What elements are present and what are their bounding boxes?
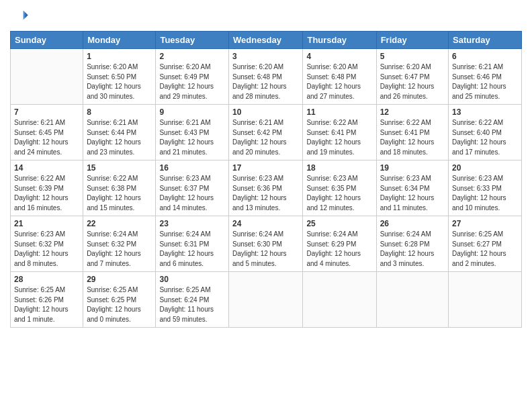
week-row-3: 21Sunrise: 6:23 AM Sunset: 6:32 PM Dayli… [11,216,522,272]
day-info: Sunrise: 6:25 AM Sunset: 6:24 PM Dayligh… [159,285,225,324]
day-cell: 8Sunrise: 6:21 AM Sunset: 6:44 PM Daylig… [83,105,156,161]
day-number: 12 [380,107,445,117]
day-number: 6 [452,52,518,61]
day-number: 20 [452,163,518,173]
header [10,7,522,26]
day-cell: 26Sunrise: 6:24 AM Sunset: 6:28 PM Dayli… [376,216,448,272]
day-cell: 3Sunrise: 6:20 AM Sunset: 6:48 PM Daylig… [229,49,303,105]
day-number: 21 [14,219,79,228]
day-cell: 9Sunrise: 6:21 AM Sunset: 6:43 PM Daylig… [156,105,229,161]
week-row-1: 7Sunrise: 6:21 AM Sunset: 6:45 PM Daylig… [11,105,522,161]
day-info: Sunrise: 6:23 AM Sunset: 6:33 PM Dayligh… [452,174,518,213]
col-header-thursday: Thursday [303,32,376,49]
day-info: Sunrise: 6:22 AM Sunset: 6:39 PM Dayligh… [14,174,79,213]
day-info: Sunrise: 6:23 AM Sunset: 6:34 PM Dayligh… [380,174,445,213]
day-cell: 5Sunrise: 6:20 AM Sunset: 6:47 PM Daylig… [376,49,448,105]
day-cell [11,49,83,105]
day-number: 17 [232,163,299,173]
day-number: 3 [232,52,299,61]
col-header-tuesday: Tuesday [156,32,229,49]
day-cell: 2Sunrise: 6:20 AM Sunset: 6:49 PM Daylig… [156,49,229,105]
day-info: Sunrise: 6:22 AM Sunset: 6:38 PM Dayligh… [87,174,152,213]
day-info: Sunrise: 6:22 AM Sunset: 6:40 PM Dayligh… [452,118,518,157]
day-number: 18 [306,163,372,173]
day-number: 14 [14,163,79,173]
week-row-0: 1Sunrise: 6:20 AM Sunset: 6:50 PM Daylig… [11,49,522,105]
day-info: Sunrise: 6:20 AM Sunset: 6:50 PM Dayligh… [87,62,152,101]
day-info: Sunrise: 6:23 AM Sunset: 6:36 PM Dayligh… [232,174,299,213]
logo [10,7,32,26]
day-cell: 6Sunrise: 6:21 AM Sunset: 6:46 PM Daylig… [449,49,522,105]
calendar-header-row: SundayMondayTuesdayWednesdayThursdayFrid… [11,32,522,49]
day-info: Sunrise: 6:23 AM Sunset: 6:32 PM Dayligh… [14,230,79,269]
day-cell: 21Sunrise: 6:23 AM Sunset: 6:32 PM Dayli… [11,216,83,272]
day-cell: 11Sunrise: 6:22 AM Sunset: 6:41 PM Dayli… [303,105,376,161]
day-cell: 28Sunrise: 6:25 AM Sunset: 6:26 PM Dayli… [11,272,83,328]
day-cell: 16Sunrise: 6:23 AM Sunset: 6:37 PM Dayli… [156,161,229,216]
day-info: Sunrise: 6:22 AM Sunset: 6:41 PM Dayligh… [380,118,445,157]
day-cell: 24Sunrise: 6:24 AM Sunset: 6:30 PM Dayli… [229,216,303,272]
day-number: 15 [87,163,152,173]
day-cell: 10Sunrise: 6:21 AM Sunset: 6:42 PM Dayli… [229,105,303,161]
day-cell: 13Sunrise: 6:22 AM Sunset: 6:40 PM Dayli… [449,105,522,161]
day-info: Sunrise: 6:22 AM Sunset: 6:41 PM Dayligh… [306,118,372,157]
day-cell: 19Sunrise: 6:23 AM Sunset: 6:34 PM Dayli… [376,161,448,216]
col-header-friday: Friday [376,32,448,49]
day-cell: 17Sunrise: 6:23 AM Sunset: 6:36 PM Dayli… [229,161,303,216]
day-cell: 18Sunrise: 6:23 AM Sunset: 6:35 PM Dayli… [303,161,376,216]
day-info: Sunrise: 6:25 AM Sunset: 6:27 PM Dayligh… [452,230,518,269]
day-info: Sunrise: 6:21 AM Sunset: 6:42 PM Dayligh… [232,118,299,157]
day-number: 7 [14,107,79,117]
day-number: 4 [306,52,372,61]
day-number: 5 [380,52,445,61]
day-info: Sunrise: 6:23 AM Sunset: 6:35 PM Dayligh… [306,174,372,213]
day-cell: 23Sunrise: 6:24 AM Sunset: 6:31 PM Dayli… [156,216,229,272]
day-cell [376,272,448,328]
day-info: Sunrise: 6:20 AM Sunset: 6:48 PM Dayligh… [232,62,299,101]
day-info: Sunrise: 6:24 AM Sunset: 6:32 PM Dayligh… [87,230,152,269]
day-cell: 25Sunrise: 6:24 AM Sunset: 6:29 PM Dayli… [303,216,376,272]
day-number: 29 [87,275,152,284]
day-cell: 30Sunrise: 6:25 AM Sunset: 6:24 PM Dayli… [156,272,229,328]
day-info: Sunrise: 6:25 AM Sunset: 6:25 PM Dayligh… [87,285,152,324]
day-number: 2 [159,52,225,61]
day-info: Sunrise: 6:24 AM Sunset: 6:28 PM Dayligh… [380,230,445,269]
day-info: Sunrise: 6:21 AM Sunset: 6:45 PM Dayligh… [14,118,79,157]
week-row-2: 14Sunrise: 6:22 AM Sunset: 6:39 PM Dayli… [11,161,522,216]
day-number: 10 [232,107,299,117]
day-info: Sunrise: 6:20 AM Sunset: 6:47 PM Dayligh… [380,62,445,101]
day-info: Sunrise: 6:20 AM Sunset: 6:49 PM Dayligh… [159,62,225,101]
col-header-sunday: Sunday [11,32,83,49]
day-info: Sunrise: 6:24 AM Sunset: 6:29 PM Dayligh… [306,230,372,269]
day-number: 25 [306,219,372,228]
day-cell: 20Sunrise: 6:23 AM Sunset: 6:33 PM Dayli… [449,161,522,216]
day-info: Sunrise: 6:23 AM Sunset: 6:37 PM Dayligh… [159,174,225,213]
day-cell [229,272,303,328]
day-number: 16 [159,163,225,173]
day-number: 19 [380,163,445,173]
day-cell: 7Sunrise: 6:21 AM Sunset: 6:45 PM Daylig… [11,105,83,161]
day-info: Sunrise: 6:20 AM Sunset: 6:48 PM Dayligh… [306,62,372,101]
day-number: 28 [14,275,79,284]
day-cell: 4Sunrise: 6:20 AM Sunset: 6:48 PM Daylig… [303,49,376,105]
day-info: Sunrise: 6:24 AM Sunset: 6:30 PM Dayligh… [232,230,299,269]
day-info: Sunrise: 6:21 AM Sunset: 6:44 PM Dayligh… [87,118,152,157]
day-number: 27 [452,219,518,228]
day-number: 11 [306,107,372,117]
day-number: 22 [87,219,152,228]
page: SundayMondayTuesdayWednesdayThursdayFrid… [0,0,532,411]
week-row-4: 28Sunrise: 6:25 AM Sunset: 6:26 PM Dayli… [11,272,522,328]
day-info: Sunrise: 6:21 AM Sunset: 6:43 PM Dayligh… [159,118,225,157]
day-number: 30 [159,275,225,284]
day-info: Sunrise: 6:25 AM Sunset: 6:26 PM Dayligh… [14,285,79,324]
col-header-monday: Monday [83,32,156,49]
day-cell: 14Sunrise: 6:22 AM Sunset: 6:39 PM Dayli… [11,161,83,216]
day-info: Sunrise: 6:24 AM Sunset: 6:31 PM Dayligh… [159,230,225,269]
calendar-table: SundayMondayTuesdayWednesdayThursdayFrid… [10,31,522,328]
day-number: 26 [380,219,445,228]
day-number: 8 [87,107,152,117]
svg-marker-1 [25,12,28,17]
day-cell: 15Sunrise: 6:22 AM Sunset: 6:38 PM Dayli… [83,161,156,216]
col-header-wednesday: Wednesday [229,32,303,49]
day-number: 1 [87,52,152,61]
